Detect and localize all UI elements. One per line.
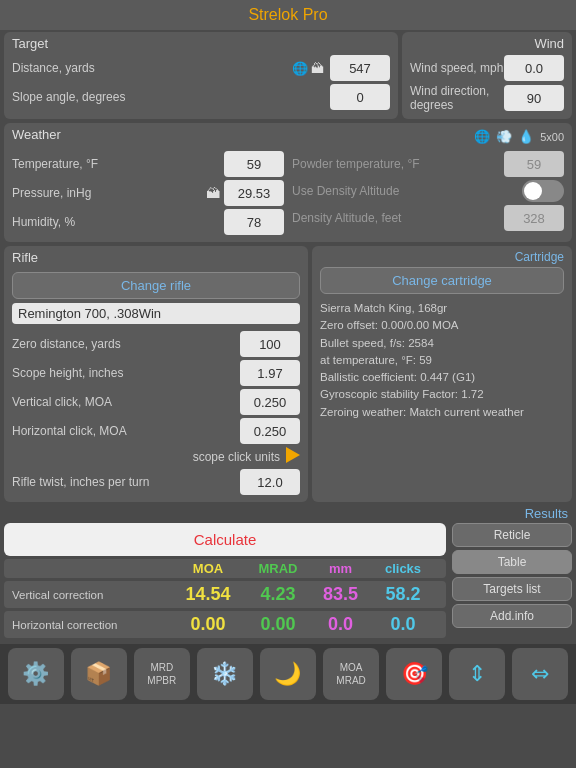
pressure-label: Pressure, inHg <box>12 186 206 200</box>
scope-height-label: Scope height, inches <box>12 366 240 380</box>
rifle-twist-label: Rifle twist, inches per turn <box>12 475 240 489</box>
toolbar-moon[interactable]: 🌙 <box>260 648 316 700</box>
powder-temp-input[interactable] <box>504 151 564 177</box>
toolbar-dropbox[interactable]: 📦 <box>71 648 127 700</box>
addinfo-button[interactable]: Add.info <box>452 604 572 628</box>
distance-label: Distance, yards <box>12 61 292 75</box>
toolbar-target[interactable]: 🎯 <box>386 648 442 700</box>
rifle-twist-input[interactable] <box>240 469 300 495</box>
scope-click-label: scope click units <box>12 450 280 464</box>
weather-section: Weather 🌐 💨 💧 5x00 Temperature, °F Press… <box>4 123 572 242</box>
zero-distance-input[interactable] <box>240 331 300 357</box>
density-feet-label: Density Altitude, feet <box>292 211 504 225</box>
vertical-click-input[interactable] <box>240 389 300 415</box>
wind-direction-input[interactable] <box>504 85 564 111</box>
app-title: Strelok Pro <box>248 6 327 23</box>
humidity-label: Humidity, % <box>12 215 224 229</box>
vertical-correction-row: Vertical correction 14.54 4.23 83.5 58.2 <box>4 581 446 608</box>
reticle-button[interactable]: Reticle <box>452 523 572 547</box>
weather-globe-icon: 🌐 <box>474 129 490 144</box>
horizontal-mrad: 0.00 <box>243 614 313 635</box>
rifle-twist-row: Rifle twist, inches per turn <box>12 469 300 495</box>
col-mm-header: mm <box>313 561 368 576</box>
humidity-input[interactable] <box>224 209 284 235</box>
target-icon: 🎯 <box>401 661 428 687</box>
dropbox-icon: 📦 <box>85 661 112 687</box>
moon-icon: 🌙 <box>274 661 301 687</box>
zero-distance-label: Zero distance, yards <box>12 337 240 351</box>
rifle-name-input[interactable] <box>12 303 300 324</box>
scope-height-input[interactable] <box>240 360 300 386</box>
col-moa-header: MOA <box>173 561 243 576</box>
horizontal-moa: 0.00 <box>173 614 243 635</box>
wind-speed-label: Wind speed, mph <box>410 61 504 75</box>
horizontal-click-input[interactable] <box>240 418 300 444</box>
toolbar-horizontal-arrows[interactable]: ⇔ <box>512 648 568 700</box>
distance-input[interactable] <box>330 55 390 81</box>
col-mrad-header: MRAD <box>243 561 313 576</box>
slope-input[interactable] <box>330 84 390 110</box>
change-cartridge-button[interactable]: Change cartridge <box>320 267 564 294</box>
weather-top: Weather 🌐 💨 💧 5x00 <box>12 127 564 146</box>
horizontal-correction-row: Horizontal correction 0.00 0.00 0.0 0.0 <box>4 611 446 638</box>
moa-mrad-label: MOAMRAD <box>336 661 365 687</box>
toolbar-mpbr[interactable]: MRDMPBR <box>134 648 190 700</box>
target-section: Target Distance, yards 🌐 🏔 Slope angle, … <box>4 32 398 119</box>
temp-label: Temperature, °F <box>12 157 224 171</box>
density-feet-input[interactable] <box>504 205 564 231</box>
toolbar-settings[interactable]: ⚙️ <box>8 648 64 700</box>
change-rifle-button[interactable]: Change rifle <box>12 272 300 299</box>
vertical-click-label: Vertical click, MOA <box>12 395 240 409</box>
humidity-row: Humidity, % <box>12 209 284 235</box>
temp-input[interactable] <box>224 151 284 177</box>
mpbr-label: MRDMPBR <box>147 661 176 687</box>
targets-button[interactable]: Targets list <box>452 577 572 601</box>
calculate-button[interactable]: Calculate <box>4 523 446 556</box>
wind-speed-input[interactable] <box>504 55 564 81</box>
pressure-icon: 🏔 <box>206 185 220 201</box>
toolbar-moa-mrad[interactable]: MOAMRAD <box>323 648 379 700</box>
top-section: Target Distance, yards 🌐 🏔 Slope angle, … <box>4 32 572 119</box>
title-bar: Strelok Pro <box>0 0 576 30</box>
cartridge-info-line3: Bullet speed, f/s: 2584 <box>320 335 564 352</box>
results-title: Results <box>4 506 572 521</box>
horizontal-mm: 0.0 <box>313 614 368 635</box>
toolbar-snowflake[interactable]: ❄️ <box>197 648 253 700</box>
toolbar-vertical-arrows[interactable]: ⇕ <box>449 648 505 700</box>
density-altitude-label: Use Density Altitude <box>292 184 522 198</box>
vertical-arrows-icon: ⇕ <box>468 661 486 687</box>
col-clicks-header: clicks <box>368 561 438 576</box>
results-section: Results Calculate MOA MRAD mm clicks Ver… <box>4 506 572 642</box>
cartridge-info-line7: Zeroing weather: Match current weather <box>320 404 564 421</box>
density-altitude-row: Use Density Altitude <box>292 180 564 202</box>
weather-wind-icon: 💨 <box>496 129 512 144</box>
cartridge-info: Sierra Match King, 168gr Zero offset: 0.… <box>320 298 564 423</box>
vertical-mm: 83.5 <box>313 584 368 605</box>
zero-distance-row: Zero distance, yards <box>12 331 300 357</box>
density-altitude-toggle[interactable] <box>522 180 564 202</box>
app-container: Strelok Pro Target Distance, yards 🌐 🏔 S… <box>0 0 576 768</box>
weather-drop-icon: 💧 <box>518 129 534 144</box>
correction-headers: MOA MRAD mm clicks <box>4 559 446 578</box>
temp-row: Temperature, °F <box>12 151 284 177</box>
horizontal-click-label: Horizontal click, MOA <box>12 424 240 438</box>
weather-label: Weather <box>12 127 61 142</box>
scope-click-arrow[interactable] <box>286 447 300 466</box>
right-buttons: Reticle Table Targets list Add.info <box>452 523 572 638</box>
pressure-input[interactable] <box>224 180 284 206</box>
density-feet-row: Density Altitude, feet <box>292 205 564 231</box>
horizontal-arrows-icon: ⇔ <box>531 661 549 687</box>
scope-height-row: Scope height, inches <box>12 360 300 386</box>
vertical-mrad: 4.23 <box>243 584 313 605</box>
bottom-toolbar: ⚙️ 📦 MRDMPBR ❄️ 🌙 MOAMRAD 🎯 ⇕ ⇔ <box>0 644 576 704</box>
slope-label: Slope angle, degrees <box>12 90 330 104</box>
rifle-section: Rifle Change rifle Zero distance, yards … <box>4 246 308 502</box>
wind-label: Wind <box>410 36 564 51</box>
table-button[interactable]: Table <box>452 550 572 574</box>
target-label: Target <box>12 36 390 51</box>
cartridge-header: Cartridge <box>320 250 564 264</box>
cartridge-info-line2: Zero offset: 0.00/0.00 MOA <box>320 317 564 334</box>
mountain-icon: 🏔 <box>311 61 324 76</box>
slope-row: Slope angle, degrees <box>12 84 390 110</box>
wind-section: Wind Wind speed, mph Wind direction, deg… <box>402 32 572 119</box>
